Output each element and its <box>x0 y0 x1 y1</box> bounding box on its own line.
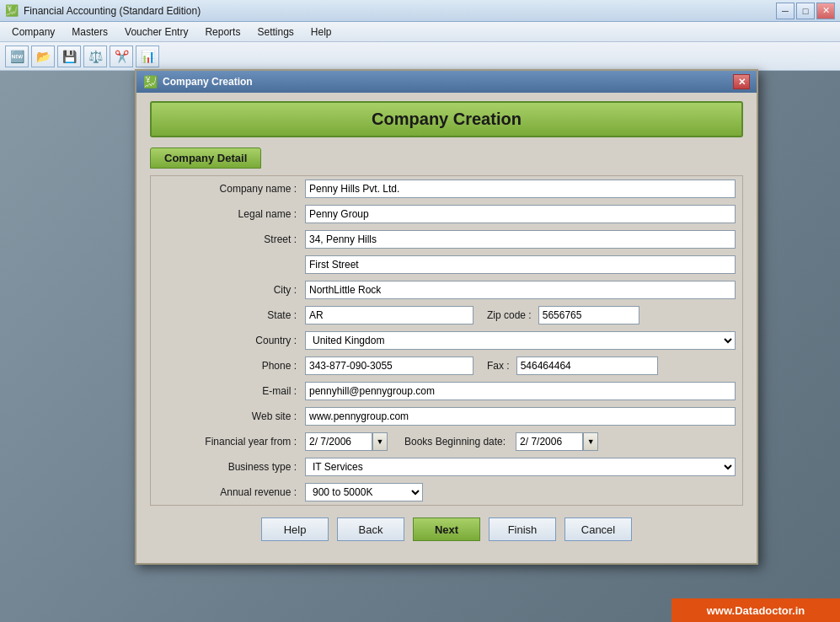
company-creation-dialog: 💹 Company Creation ✕ Company Creation Co… <box>135 69 758 565</box>
company-name-label: Company name : <box>158 183 305 195</box>
dialog-content: Company Creation Company Detail Company … <box>136 93 757 563</box>
fin-year-input[interactable] <box>305 432 372 451</box>
cancel-button[interactable]: Cancel <box>564 517 632 541</box>
titlebar-buttons: ─ □ ✕ <box>776 3 835 19</box>
menu-reports[interactable]: Reports <box>196 24 249 40</box>
menu-help[interactable]: Help <box>302 24 340 40</box>
close-button[interactable]: ✕ <box>816 3 835 19</box>
business-type-label: Business type : <box>158 461 305 473</box>
fax-input[interactable] <box>516 357 658 375</box>
menu-company[interactable]: Company <box>3 24 63 40</box>
dialog-titlebar: 💹 Company Creation ✕ <box>136 71 757 93</box>
email-row: E-mail : <box>151 378 742 404</box>
city-label: City : <box>158 284 305 296</box>
company-detail-tab[interactable]: Company Detail <box>150 147 261 169</box>
street-row2 <box>151 252 742 277</box>
street-label: Street : <box>158 233 305 245</box>
next-button[interactable]: Next <box>413 517 480 541</box>
annual-revenue-label: Annual revenue : <box>158 486 305 498</box>
company-name-input[interactable] <box>305 180 736 198</box>
company-name-row: Company name : <box>151 176 742 201</box>
annual-revenue-row: Annual revenue : 900 to 5000K 0 to 100K … <box>151 480 742 505</box>
books-label: Books Beginning date: <box>388 436 512 448</box>
bottom-bar-text: www.Datadoctor.in <box>707 604 805 617</box>
country-row: Country : United Kingdom United States I… <box>151 328 742 353</box>
app-titlebar: 💹 Financial Accounting (Standard Edition… <box>0 0 840 22</box>
fax-label: Fax : <box>474 360 516 372</box>
website-row: Web site : <box>151 404 742 429</box>
fin-year-row: Financial year from : ▼ Books Beginning … <box>151 429 742 454</box>
form-area: Company name : Legal name : Street : Cit… <box>150 175 743 506</box>
city-row: City : <box>151 277 742 303</box>
phone-fax-row: Phone : Fax : <box>151 353 742 378</box>
menu-settings[interactable]: Settings <box>249 24 302 40</box>
country-select[interactable]: United Kingdom United States India Austr… <box>305 331 736 350</box>
dialog-close-button[interactable]: ✕ <box>733 74 750 89</box>
toolbar: 🆕 📂 💾 ⚖️ ✂️ 📊 <box>0 42 840 71</box>
toolbar-open[interactable]: 📂 <box>31 46 55 67</box>
books-date-input[interactable] <box>516 432 583 451</box>
dialog-footer: Help Back Next Finish Cancel <box>150 506 743 550</box>
toolbar-new[interactable]: 🆕 <box>5 46 29 67</box>
toolbar-cut[interactable]: ✂️ <box>110 46 133 67</box>
zip-input[interactable] <box>538 306 639 324</box>
dialog-title-left: 💹 Company Creation <box>143 75 253 88</box>
dialog-icon: 💹 <box>143 75 158 88</box>
city-input[interactable] <box>305 281 736 299</box>
business-type-select[interactable]: IT Services Manufacturing Retail Healthc… <box>305 458 736 476</box>
fin-year-calendar-button[interactable]: ▼ <box>372 432 388 451</box>
phone-label: Phone : <box>158 360 305 372</box>
minimize-button[interactable]: ─ <box>776 3 795 19</box>
bottom-bar: www.Datadoctor.in <box>671 598 840 622</box>
business-type-row: Business type : IT Services Manufacturin… <box>151 454 742 480</box>
form-title: Company Creation <box>150 101 743 137</box>
annual-revenue-select[interactable]: 900 to 5000K 0 to 100K 100 to 500K 500 t… <box>305 483 423 501</box>
street-row1: Street : <box>151 227 742 252</box>
state-zip-row: State : Zip code : <box>151 303 742 328</box>
phone-input[interactable] <box>305 357 474 375</box>
legal-name-label: Legal name : <box>158 208 305 220</box>
email-label: E-mail : <box>158 385 305 397</box>
email-input[interactable] <box>305 382 736 400</box>
maximize-button[interactable]: □ <box>796 3 815 19</box>
menu-masters[interactable]: Masters <box>63 24 116 40</box>
website-input[interactable] <box>305 407 736 426</box>
help-button[interactable]: Help <box>261 517 329 541</box>
zip-label: Zip code : <box>474 309 538 321</box>
website-label: Web site : <box>158 410 305 422</box>
toolbar-chart[interactable]: 📊 <box>136 46 159 67</box>
country-label: Country : <box>158 335 305 346</box>
books-date-calendar-button[interactable]: ▼ <box>583 432 598 451</box>
state-label: State : <box>158 309 305 321</box>
state-input[interactable] <box>305 306 474 324</box>
toolbar-balance[interactable]: ⚖️ <box>83 46 107 67</box>
fin-year-label: Financial year from : <box>158 436 305 448</box>
legal-name-row: Legal name : <box>151 201 742 227</box>
finish-button[interactable]: Finish <box>489 517 556 541</box>
legal-name-input[interactable] <box>305 205 736 223</box>
menubar: Company Masters Voucher Entry Reports Se… <box>0 22 840 42</box>
street2-input[interactable] <box>305 255 736 274</box>
dialog-title: Company Creation <box>163 76 253 88</box>
street1-input[interactable] <box>305 230 736 249</box>
app-title: Financial Accounting (Standard Edition) <box>24 5 776 17</box>
back-button[interactable]: Back <box>337 517 404 541</box>
toolbar-save[interactable]: 💾 <box>57 46 81 67</box>
app-icon: 💹 <box>5 4 19 18</box>
menu-voucher-entry[interactable]: Voucher Entry <box>116 24 196 40</box>
